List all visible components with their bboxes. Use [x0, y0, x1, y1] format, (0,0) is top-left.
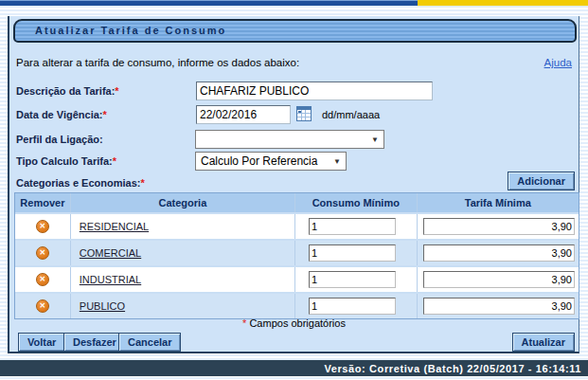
table-row: ✕PUBLICO — [15, 292, 579, 318]
required-asterisk: * — [140, 177, 144, 189]
version-text: Versão: Corretiva (Batch) 22/05/2017 - 1… — [324, 363, 581, 374]
page-title: Atualizar Tarifa de Consumo — [13, 19, 577, 43]
tarifa-minima-cell — [418, 267, 579, 292]
perfil-ligacao-select[interactable]: ▼ — [195, 130, 384, 149]
descricao-tarifa-label: Descrição da Tarifa:* — [16, 85, 119, 97]
remove-icon[interactable]: ✕ — [36, 220, 49, 233]
remover-cell: ✕ — [15, 294, 71, 318]
adicionar-button[interactable]: Adicionar — [508, 172, 575, 190]
top-bar-blue-segment — [0, 0, 418, 6]
consumo-minimo-cell — [295, 267, 418, 292]
categoria-link[interactable]: RESIDENCIAL — [80, 221, 149, 232]
remover-cell: ✕ — [15, 241, 71, 265]
consumo-minimo-input[interactable] — [309, 244, 396, 262]
tarifa-minima-input[interactable] — [423, 271, 575, 288]
tipo-calculo-label: Tipo Calculo Tarifa:* — [16, 155, 116, 167]
tarifa-minima-input[interactable] — [423, 218, 575, 235]
remover-cell: ✕ — [15, 267, 71, 292]
consumo-minimo-cell — [295, 214, 418, 239]
col-header-consumo-minimo: Consumo Mínimo — [295, 193, 418, 212]
chevron-down-icon: ▼ — [333, 157, 341, 166]
instruction-text: Para alterar a tarifa de consumo, inform… — [16, 57, 299, 68]
atualizar-button[interactable]: Atualizar — [512, 333, 575, 352]
remove-icon[interactable]: ✕ — [36, 299, 49, 313]
tarifa-minima-cell — [418, 214, 579, 239]
calendar-icon[interactable] — [296, 106, 312, 121]
app-window: Atualizar Tarifa de Consumo Para alterar… — [0, 0, 588, 380]
consumo-minimo-cell — [295, 294, 418, 318]
col-header-categoria: Categoria — [71, 193, 295, 212]
tarifa-minima-cell — [418, 241, 579, 265]
tarifa-minima-cell — [418, 294, 579, 318]
required-fields-note: * Campos obrigatórios — [9, 317, 579, 329]
form-panel: Atualizar Tarifa de Consumo Para alterar… — [8, 16, 579, 353]
top-bar-yellow-segment — [418, 0, 588, 6]
categories-table: Remover Categoria Consumo Mínimo Tarifa … — [14, 192, 579, 319]
date-format-hint: dd/mm/aaaa — [322, 109, 380, 120]
required-asterisk: * — [242, 317, 246, 329]
categoria-link[interactable]: INDUSTRIAL — [80, 274, 141, 285]
remove-icon[interactable]: ✕ — [36, 246, 49, 260]
table-row: ✕INDUSTRIAL — [15, 265, 579, 292]
categoria-cell: INDUSTRIAL — [71, 267, 295, 292]
chevron-down-icon: ▼ — [371, 136, 379, 144]
perfil-ligacao-label: Perfil da Ligação: — [16, 134, 103, 145]
categoria-link[interactable]: COMERCIAL — [80, 247, 141, 259]
help-link[interactable]: Ajuda — [544, 57, 572, 68]
col-header-remover: Remover — [15, 193, 71, 212]
categoria-cell: RESIDENCIAL — [71, 214, 295, 239]
required-asterisk: * — [113, 155, 116, 167]
voltar-button[interactable]: Voltar — [18, 333, 65, 352]
tipo-calculo-value: Calculo Por Referencia — [201, 154, 317, 168]
tipo-calculo-select[interactable]: Calculo Por Referencia ▼ — [195, 152, 347, 171]
desfazer-button[interactable]: Desfazer — [63, 333, 126, 352]
tarifa-minima-input[interactable] — [423, 298, 575, 315]
table-header-row: Remover Categoria Consumo Mínimo Tarifa … — [15, 193, 579, 212]
consumo-minimo-cell — [295, 241, 418, 265]
required-asterisk: * — [115, 85, 118, 97]
remove-icon[interactable]: ✕ — [36, 273, 49, 286]
categoria-link[interactable]: PUBLICO — [80, 300, 125, 312]
table-row: ✕COMERCIAL — [15, 239, 579, 265]
top-accent-bar — [0, 0, 588, 6]
cancelar-button[interactable]: Cancelar — [118, 333, 181, 352]
categories-table-body: ✕RESIDENCIAL✕COMERCIAL✕INDUSTRIAL✕PUBLIC… — [15, 212, 579, 318]
categoria-cell: COMERCIAL — [71, 241, 295, 265]
categorias-economias-label: Categorias e Economias:* — [16, 177, 145, 189]
required-asterisk: * — [103, 109, 107, 120]
consumo-minimo-input[interactable] — [309, 271, 396, 288]
col-header-tarifa-minima: Tarifa Mínima — [418, 193, 579, 212]
table-row: ✕RESIDENCIAL — [15, 212, 579, 239]
version-bar: Versão: Corretiva (Batch) 22/05/2017 - 1… — [0, 360, 588, 376]
remover-cell: ✕ — [15, 214, 71, 239]
tarifa-minima-input[interactable] — [423, 244, 575, 262]
descricao-tarifa-input[interactable] — [196, 81, 433, 100]
data-vigencia-input[interactable] — [196, 105, 291, 124]
data-vigencia-label: Data de Vigência:* — [16, 109, 107, 120]
consumo-minimo-input[interactable] — [309, 298, 396, 315]
consumo-minimo-input[interactable] — [309, 218, 396, 235]
categoria-cell: PUBLICO — [71, 294, 295, 318]
